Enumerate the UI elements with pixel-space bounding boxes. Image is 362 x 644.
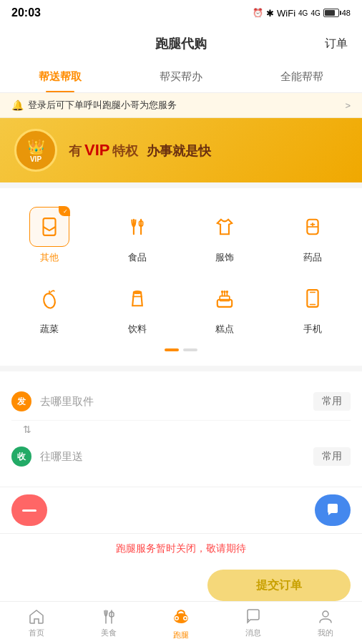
header-title: 跑腿代购	[57, 35, 305, 52]
svg-point-18	[226, 291, 228, 293]
from-input[interactable]: 去哪里取件	[40, 395, 313, 409]
notice-bar[interactable]: 🔔 登录后可下单呼叫跑腿小哥为您服务 >	[0, 93, 362, 118]
vip-slogan-prefix: 有	[69, 142, 82, 160]
home-icon	[28, 608, 45, 625]
error-text: 跑腿服务暂时关闭，敬请期待	[116, 542, 246, 555]
nav-food[interactable]: 美食	[72, 602, 145, 644]
nav-errand[interactable]: 跑腿	[145, 602, 217, 644]
category-drink[interactable]: 饮料	[94, 271, 182, 343]
category-medicine[interactable]: 药品	[269, 200, 357, 271]
fork-spoon-icon	[125, 215, 150, 239]
status-icons: ⏰ ✱ WiFi 4G 4G 48	[253, 8, 351, 19]
cake-icon-wrap	[205, 278, 245, 318]
to-row: 收 往哪里送 常用	[11, 438, 351, 475]
minus-icon	[22, 509, 36, 512]
add-round-button[interactable]	[315, 494, 351, 526]
category-grid: 其他 食品 服饰	[0, 200, 362, 343]
mine-icon	[317, 608, 334, 625]
phone-label: 手机	[303, 323, 322, 336]
phone-icon-wrap	[293, 278, 333, 318]
battery-icon	[323, 9, 339, 17]
nav-home[interactable]: 首页	[0, 602, 72, 644]
main-tabs: 帮送帮取 帮买帮办 全能帮帮	[0, 62, 362, 93]
tab-all-help[interactable]: 全能帮帮	[241, 62, 362, 92]
eggplant-icon	[37, 286, 62, 311]
status-bar: 20:03 ⏰ ✱ WiFi 4G 4G 48	[0, 0, 362, 26]
bluetooth-icon: ✱	[266, 8, 274, 19]
error-message: 跑腿服务暂时关闭，敬请期待	[0, 533, 362, 564]
connector-row: ⇅	[11, 421, 351, 438]
category-food[interactable]: 食品	[94, 200, 182, 271]
message-icon	[245, 608, 262, 625]
cancel-round-button[interactable]	[11, 494, 47, 526]
page-dots	[0, 343, 362, 360]
bell-icon: 🔔	[11, 99, 24, 111]
svg-point-28	[185, 617, 187, 619]
svg-point-27	[176, 617, 178, 619]
battery-level: 48	[342, 9, 351, 17]
medicine-icon	[300, 215, 325, 239]
bottom-action-area: 跑腿服务暂时关闭，敬请期待 提交订单	[0, 487, 362, 610]
drink-icon	[125, 286, 150, 311]
other-icon-wrap	[29, 207, 69, 247]
to-badge: 收	[11, 447, 31, 467]
clothing-icon-wrap	[205, 207, 245, 247]
food-label: 食品	[128, 251, 147, 264]
dot-2	[183, 348, 197, 351]
submit-button[interactable]: 提交订单	[207, 570, 351, 601]
notice-arrow: >	[345, 100, 351, 111]
svg-point-29	[323, 611, 328, 617]
nav-mine-label: 我的	[318, 628, 333, 638]
alarm-icon: ⏰	[253, 8, 263, 18]
signal-4g2-icon: 4G	[310, 9, 320, 17]
vip-banner[interactable]: 👑 VIP 有 VIP 特权 办事就是快	[0, 118, 362, 182]
drink-icon-wrap	[117, 278, 157, 318]
food-icon-wrap	[117, 207, 157, 247]
category-other[interactable]: 其他	[6, 200, 94, 271]
button-row	[0, 487, 362, 533]
from-common-button[interactable]: 常用	[313, 392, 351, 411]
clothing-label: 服饰	[215, 251, 234, 264]
signal-4g-icon: 4G	[298, 9, 308, 17]
to-input[interactable]: 往哪里送	[40, 450, 313, 464]
bookmark-icon	[37, 215, 62, 239]
chat-icon	[326, 503, 340, 517]
drink-label: 饮料	[128, 323, 147, 336]
vip-slogan-suffix: 特权	[112, 142, 138, 160]
errand-icon	[170, 606, 192, 628]
wifi-icon: WiFi	[277, 8, 295, 19]
svg-point-7	[42, 293, 57, 310]
nav-home-label: 首页	[29, 628, 44, 638]
phone-icon	[300, 286, 325, 311]
delivery-form: 发 去哪里取件 常用 ⇅ 收 往哪里送 常用	[0, 371, 362, 487]
vip-sub-slogan: 办事就是快	[147, 142, 211, 160]
vegetable-label: 蔬菜	[40, 323, 59, 336]
food-nav-icon	[100, 608, 117, 625]
app-header: 跑腿代购 订单	[0, 26, 362, 62]
nav-mine[interactable]: 我的	[290, 602, 362, 644]
other-label: 其他	[40, 251, 59, 264]
tab-help-send[interactable]: 帮送帮取	[0, 62, 121, 92]
from-badge: 发	[11, 391, 31, 411]
cake-label: 糕点	[215, 323, 234, 336]
medicine-icon-wrap	[293, 207, 333, 247]
medicine-label: 药品	[303, 251, 322, 264]
category-section: 其他 食品 服饰	[0, 188, 362, 366]
tab-help-buy[interactable]: 帮买帮办	[121, 62, 242, 92]
nav-food-label: 美食	[101, 628, 117, 638]
vip-badge: 👑 VIP	[14, 129, 57, 172]
category-cake[interactable]: 糕点	[181, 271, 269, 343]
category-vegetable[interactable]: 蔬菜	[6, 271, 94, 343]
order-button[interactable]: 订单	[305, 36, 348, 52]
svg-point-17	[224, 291, 226, 293]
category-phone[interactable]: 手机	[269, 271, 357, 343]
svg-point-16	[221, 291, 223, 293]
from-row: 发 去哪里取件 常用	[11, 383, 351, 421]
connector-icon: ⇅	[17, 424, 37, 435]
cake-icon	[212, 286, 237, 311]
crown-icon: 👑	[27, 138, 45, 155]
nav-message[interactable]: 消息	[217, 602, 290, 644]
category-clothing[interactable]: 服饰	[181, 200, 269, 271]
to-common-button[interactable]: 常用	[313, 447, 351, 466]
vip-text: VIP	[84, 141, 109, 160]
